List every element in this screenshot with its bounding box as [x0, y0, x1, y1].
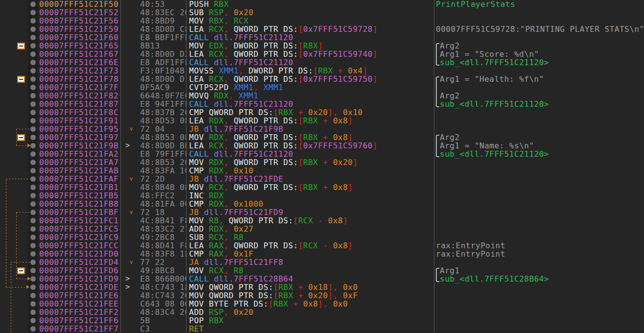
disasm-row[interactable]: 00007FFF51C21F5040:53PUSH RBXPrintPlayer…	[0, 0, 644, 8]
collapse-minus-icon[interactable]	[17, 76, 25, 83]
opcode-bytes[interactable]: E8 866B000	[140, 275, 186, 283]
address[interactable]: 00007FFF51C21FD4	[39, 258, 119, 266]
instruction[interactable]: CALL dll.7FFF51C28B64	[189, 275, 293, 283]
breakpoint-dot[interactable]	[30, 193, 36, 198]
opcode-bytes[interactable]: 8B13	[140, 42, 186, 50]
address[interactable]: 00007FFF51C21F7F	[39, 83, 119, 92]
breakpoint-dot[interactable]	[30, 285, 36, 290]
breakpoint-dot[interactable]	[30, 135, 36, 140]
address[interactable]: 00007FFF51C21F65	[39, 42, 119, 50]
instruction[interactable]: CMP RDX, 0x1000	[189, 200, 263, 208]
opcode-bytes[interactable]: F3:0F104B	[140, 67, 186, 75]
instruction[interactable]: CALL dll.7FFF51C21120	[189, 100, 293, 108]
address[interactable]: 00007FFF51C21F60	[39, 33, 119, 42]
breakpoint-dot[interactable]	[30, 326, 36, 332]
breakpoint-dot[interactable]	[30, 26, 36, 32]
opcode-bytes[interactable]: 48:83FA 10	[140, 166, 186, 175]
instruction[interactable]: RET	[189, 325, 204, 333]
instruction[interactable]: CVTPS2PD XMM1, XMM1	[189, 83, 284, 92]
address[interactable]: 00007FFF51C21FEE	[39, 300, 119, 308]
instruction[interactable]: CMP QWORD PTR DS:[RBX + 0x20], 0x10	[189, 108, 363, 117]
breakpoint-dot[interactable]	[30, 185, 36, 190]
disasm-row[interactable]: 00007FFF51C21FF248:83C4 20ADD RSP, 0x20	[0, 308, 644, 316]
breakpoint-dot[interactable]	[30, 218, 36, 223]
opcode-bytes[interactable]: 48:8B53 08	[140, 133, 186, 142]
address[interactable]: 00007FFF51C21FCC	[39, 241, 119, 250]
address[interactable]: 00007FFF51C21FB8	[39, 200, 119, 208]
disasm-row[interactable]: 00007FFF51C21F5648:8BD9MOV RBX, RCX	[0, 17, 644, 25]
instruction[interactable]: MOV BYTE PTR DS:[RBX + 0x8], 0x0	[189, 300, 348, 308]
opcode-bytes[interactable]: 48:8B53 20	[140, 158, 186, 166]
instruction[interactable]: LEA RCX, QWORD PTR DS:[0x7FFF51C59740]	[189, 50, 378, 58]
instruction[interactable]: CALL dll.7FFF51C21120	[189, 150, 293, 158]
instruction[interactable]: POP RBX	[189, 316, 224, 325]
opcode-bytes[interactable]: 72 2D	[140, 175, 186, 183]
disasm-row[interactable]: 00007FFF51C21FC548:83C2 27ADD RDX, 0x27	[0, 225, 644, 233]
address[interactable]: 00007FFF51C21F56	[39, 17, 119, 25]
breakpoint-dot[interactable]	[30, 43, 36, 48]
instruction[interactable]: MOV RDX, QWORD PTR DS:[RBX + 0x20]	[189, 158, 358, 166]
opcode-bytes[interactable]: C3	[140, 325, 186, 333]
disasm-row[interactable]: 00007FFF51C21F7F0F5AC9CVTPS2PD XMM1, XMM…	[0, 83, 644, 92]
disasm-row[interactable]: 00007FFF51C21FA748:8B53 20MOV RDX, QWORD…	[0, 158, 644, 166]
instruction[interactable]: MOV RCX, QWORD PTR DS:[RBX + 0x8]	[189, 183, 353, 191]
disasm-row[interactable]: 00007FFF51C21F7848:8D0D D1LEA RCX, QWORD…	[0, 75, 644, 83]
opcode-bytes[interactable]: 48:8D0D BE	[140, 142, 186, 150]
address[interactable]: 00007FFF51C21F91	[39, 117, 119, 125]
address[interactable]: 00007FFF51C21F50	[39, 0, 119, 8]
disasm-row[interactable]: >00007FFF51C21FBF72 18JB dll.7FFF51C21FD…	[0, 208, 644, 216]
opcode-bytes[interactable]: 0F5AC9	[140, 83, 186, 92]
opcode-bytes[interactable]: 48:C743 20	[140, 291, 186, 300]
breakpoint-dot[interactable]	[30, 260, 36, 265]
breakpoint-dot[interactable]	[30, 276, 36, 282]
address[interactable]: 00007FFF51C21F9B	[39, 142, 119, 150]
instruction[interactable]: MOV EDX, DWORD PTR DS:[RBX]	[189, 42, 323, 50]
instruction[interactable]: CMP RDX, 0x10	[189, 166, 254, 175]
disasm-row[interactable]: 00007FFF51C21FB148:8B4B 08MOV RCX, QWORD…	[0, 183, 644, 191]
opcode-bytes[interactable]: 48:837B 20	[140, 108, 186, 117]
opcode-bytes[interactable]: 49:2BC8	[140, 233, 186, 241]
address[interactable]: 00007FFF51C21F6E	[39, 58, 119, 67]
collapse-minus-icon[interactable]	[17, 134, 25, 141]
disasm-row[interactable]: 00007FFF51C21FCC48:8D41 F8LEA RAX, QWORD…	[0, 241, 644, 250]
address[interactable]: 00007FFF51C21FF2	[39, 308, 119, 316]
instruction[interactable]: MOV QWORD PTR DS:[RBX + 0x20], 0xF	[189, 291, 358, 300]
address[interactable]: 00007FFF51C21FF6	[39, 316, 119, 325]
breakpoint-dot[interactable]	[30, 76, 36, 82]
address[interactable]: 00007FFF51C21F59	[39, 25, 119, 33]
address[interactable]: 00007FFF51C21FD6	[39, 266, 119, 275]
instruction[interactable]: JB dll.7FFF51C21F9B	[189, 125, 284, 133]
breakpoint-dot[interactable]	[30, 85, 36, 90]
instruction[interactable]: INC RDX	[189, 191, 224, 200]
opcode-bytes[interactable]: 48:8BD9	[140, 17, 186, 25]
address[interactable]: 00007FFF51C21FDE	[39, 283, 119, 291]
disasm-row[interactable]: 00007FFF51C21FA2E8 79F1FFFCALL dll.7FFF5…	[0, 150, 644, 158]
opcode-bytes[interactable]: 72 04	[140, 125, 186, 133]
breakpoint-dot[interactable]	[30, 268, 36, 273]
address[interactable]: 00007FFF51C21FC1	[39, 216, 119, 225]
disasm-row[interactable]: 00007FFF51C21FB548:FFC2INC RDX	[0, 191, 644, 200]
address[interactable]: 00007FFF51C21FBF	[39, 208, 119, 216]
breakpoint-dot[interactable]	[30, 143, 36, 148]
opcode-bytes[interactable]: E8 ADF1FFF	[140, 58, 186, 67]
disasm-row[interactable]: 00007FFF51C21F658B13MOV EDX, DWORD PTR D…	[0, 42, 644, 50]
disasm-row[interactable]: 00007FFF51C21F73F3:0F104BMOVSS XMM1, DWO…	[0, 67, 644, 75]
disasm-row[interactable]: 00007FFF51C21FD649:8BC8MOV RCX, R8Arg1	[0, 266, 644, 275]
instruction[interactable]: ADD RDX, 0x27	[189, 225, 254, 233]
opcode-bytes[interactable]: C643 08 00	[140, 300, 186, 308]
opcode-bytes[interactable]: 48:C743 18	[140, 283, 186, 291]
breakpoint-dot[interactable]	[30, 309, 36, 315]
disasm-row[interactable]: 00007FFF51C21FAB48:83FA 10CMP RDX, 0x10	[0, 166, 644, 175]
disasm-row[interactable]: 00007FFF51C21F826648:0F7ECMOVQ RDX, XMM1…	[0, 92, 644, 100]
opcode-bytes[interactable]: 5B	[140, 316, 186, 325]
opcode-bytes[interactable]: 48:8D0D D2	[140, 50, 186, 58]
disasm-row[interactable]: >00007FFF51C21FD477 22JA dll.7FFF51C21FF…	[0, 258, 644, 266]
address[interactable]: 00007FFF51C21F87	[39, 100, 119, 108]
opcode-bytes[interactable]: 49:8BC8	[140, 266, 186, 275]
instruction[interactable]: LEA RCX, QWORD PTR DS:[0x7FFF51C59750]	[189, 75, 378, 83]
breakpoint-dot[interactable]	[30, 226, 36, 232]
collapse-minus-icon[interactable]	[17, 267, 25, 274]
breakpoint-dot[interactable]	[30, 176, 36, 182]
breakpoint-dot[interactable]	[30, 243, 36, 248]
disasm-row[interactable]: 00007FFF51C21F87E8 94F1FFFCALL dll.7FFF5…	[0, 100, 644, 108]
